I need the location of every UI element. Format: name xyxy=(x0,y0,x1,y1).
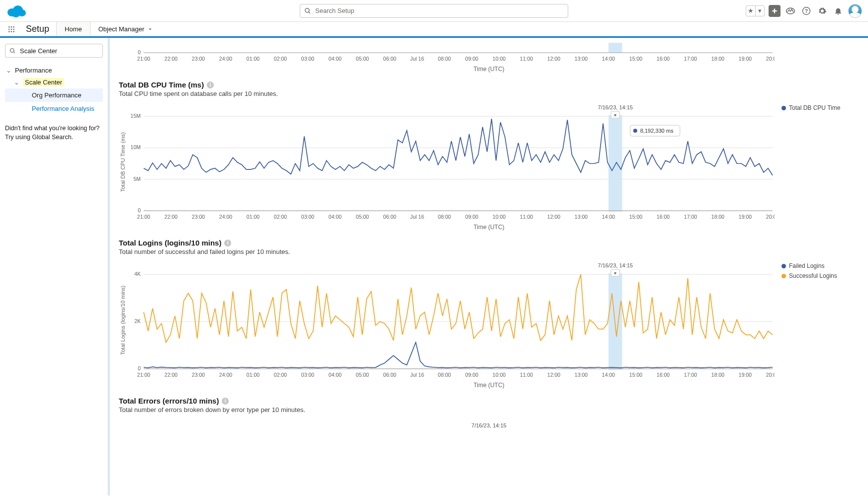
svg-text:8,192,330 ms: 8,192,330 ms xyxy=(640,128,674,134)
chevron-down-icon: ⌄ xyxy=(6,67,13,74)
nav-org-performance[interactable]: Org Performance xyxy=(5,88,103,102)
tab-label: Home xyxy=(65,25,82,33)
svg-text:18:00: 18:00 xyxy=(711,214,724,220)
chart-canvas[interactable]: 7/16/23, 14:15▾05M10M15M21:0022:0023:002… xyxy=(127,102,775,222)
chart-title: Total DB CPU Time (ms) i xyxy=(119,81,859,89)
chart-canvas[interactable]: 7/16/23, 14:15▾02K4K21:0022:0023:0024:00… xyxy=(127,260,775,380)
info-icon[interactable]: i xyxy=(222,398,229,405)
svg-text:17:00: 17:00 xyxy=(684,372,697,378)
svg-text:05:00: 05:00 xyxy=(356,56,369,62)
svg-text:12:00: 12:00 xyxy=(547,214,560,220)
trailhead-icon[interactable] xyxy=(784,5,796,17)
help-icon[interactable]: ? xyxy=(800,5,812,17)
svg-text:20:00: 20:00 xyxy=(766,214,775,220)
svg-text:03:00: 03:00 xyxy=(301,372,314,378)
tab-home[interactable]: Home xyxy=(56,20,90,36)
chart-logins: Total Logins (logins/10 mins) i Total nu… xyxy=(119,239,859,389)
svg-text:0: 0 xyxy=(138,207,141,213)
svg-text:0: 0 xyxy=(138,365,141,371)
add-icon[interactable] xyxy=(769,5,781,17)
svg-point-20 xyxy=(10,48,14,52)
nav-label: Performance xyxy=(15,67,52,74)
svg-text:7/16/23, 14:15: 7/16/23, 14:15 xyxy=(598,104,633,110)
legend-label: Failed Logins xyxy=(789,262,824,269)
global-search-input[interactable] xyxy=(300,4,568,18)
svg-text:23:00: 23:00 xyxy=(192,214,205,220)
svg-text:19:00: 19:00 xyxy=(739,56,752,62)
svg-text:22:00: 22:00 xyxy=(165,214,177,220)
highlight-label: 7/16/23, 14:15 xyxy=(119,422,859,428)
svg-text:Jul 16: Jul 16 xyxy=(410,56,424,62)
chart-title-text: Total DB CPU Time (ms) xyxy=(119,81,204,89)
chart-axis-remnant: 021:0022:0023:0024:0001:0002:0003:0004:0… xyxy=(127,43,775,64)
svg-text:19:00: 19:00 xyxy=(739,372,752,378)
svg-text:04:00: 04:00 xyxy=(329,56,342,62)
x-axis-label: Time (UTC) xyxy=(119,382,859,389)
bell-icon[interactable] xyxy=(832,5,844,17)
svg-point-11 xyxy=(8,26,10,28)
svg-point-12 xyxy=(11,26,12,28)
info-icon[interactable]: i xyxy=(224,240,231,247)
svg-text:14:00: 14:00 xyxy=(602,56,615,62)
tab-label: Object Manager xyxy=(98,25,145,33)
svg-text:06:00: 06:00 xyxy=(383,214,396,220)
svg-text:11:00: 11:00 xyxy=(520,372,533,378)
chart-subtitle: Total number of errors broken down by er… xyxy=(119,406,859,414)
chart-errors: Total Errors (errors/10 mins) i Total nu… xyxy=(119,397,859,428)
chart-title-text: Total Logins (logins/10 mins) xyxy=(119,239,221,247)
svg-point-18 xyxy=(11,31,12,32)
svg-text:15:00: 15:00 xyxy=(629,214,642,220)
svg-text:06:00: 06:00 xyxy=(383,372,396,378)
svg-point-15 xyxy=(11,28,12,30)
legend-color-dot xyxy=(781,264,786,268)
svg-text:09:00: 09:00 xyxy=(465,56,478,62)
chevron-down-icon xyxy=(147,26,153,32)
x-axis-label: Time (UTC) xyxy=(119,224,859,231)
svg-text:15:00: 15:00 xyxy=(629,372,642,378)
info-icon[interactable]: i xyxy=(207,82,214,88)
svg-text:▾: ▾ xyxy=(614,112,616,118)
star-icon[interactable]: ★ xyxy=(746,6,755,16)
legend-item: Successful Logins xyxy=(781,272,859,279)
svg-text:08:00: 08:00 xyxy=(438,56,451,62)
chart-title: Total Logins (logins/10 mins) i xyxy=(119,239,859,247)
svg-text:01:00: 01:00 xyxy=(247,214,260,220)
svg-text:23:00: 23:00 xyxy=(192,372,205,378)
svg-text:21:00: 21:00 xyxy=(137,56,150,62)
svg-text:2K: 2K xyxy=(134,318,141,324)
favorites-box[interactable]: ★ ▾ xyxy=(746,5,765,16)
chart-legend: Total DB CPU Time xyxy=(775,102,859,222)
svg-text:16:00: 16:00 xyxy=(657,214,670,220)
svg-text:24:00: 24:00 xyxy=(219,214,232,220)
svg-point-3 xyxy=(12,10,20,17)
tab-object-manager[interactable]: Object Manager xyxy=(90,22,162,36)
nav-label: Scale Center xyxy=(23,78,64,86)
header-actions: ★ ▾ ? xyxy=(746,4,862,18)
svg-text:09:00: 09:00 xyxy=(465,372,478,378)
nav-performance[interactable]: ⌄ Performance xyxy=(5,65,103,76)
svg-text:02:00: 02:00 xyxy=(274,372,287,378)
chart-subtitle: Total number of successful and failed lo… xyxy=(119,248,859,255)
svg-text:▾: ▾ xyxy=(614,270,616,276)
svg-text:24:00: 24:00 xyxy=(219,372,232,378)
app-launcher-icon[interactable] xyxy=(4,22,19,36)
svg-point-19 xyxy=(13,31,14,32)
legend-color-dot xyxy=(781,274,786,278)
nav-performance-analysis[interactable]: Performance Analysis xyxy=(5,102,103,115)
quickfind-input[interactable] xyxy=(19,47,104,55)
nav-scale-center[interactable]: ⌄ Scale Center xyxy=(13,76,103,88)
avatar[interactable] xyxy=(848,4,862,18)
help-line: Didn't find what you're looking for? xyxy=(5,124,103,133)
chevron-down-icon[interactable]: ▾ xyxy=(755,6,764,16)
svg-text:13:00: 13:00 xyxy=(575,56,588,62)
svg-text:04:00: 04:00 xyxy=(329,214,342,220)
svg-text:21:00: 21:00 xyxy=(137,372,150,378)
quickfind[interactable] xyxy=(5,44,103,58)
svg-text:12:00: 12:00 xyxy=(547,372,560,378)
svg-text:18:00: 18:00 xyxy=(711,56,724,62)
svg-text:14:00: 14:00 xyxy=(602,214,615,220)
svg-point-4 xyxy=(305,8,309,12)
svg-text:17:00: 17:00 xyxy=(684,56,697,62)
gear-icon[interactable] xyxy=(816,5,828,17)
svg-text:19:00: 19:00 xyxy=(739,214,752,220)
